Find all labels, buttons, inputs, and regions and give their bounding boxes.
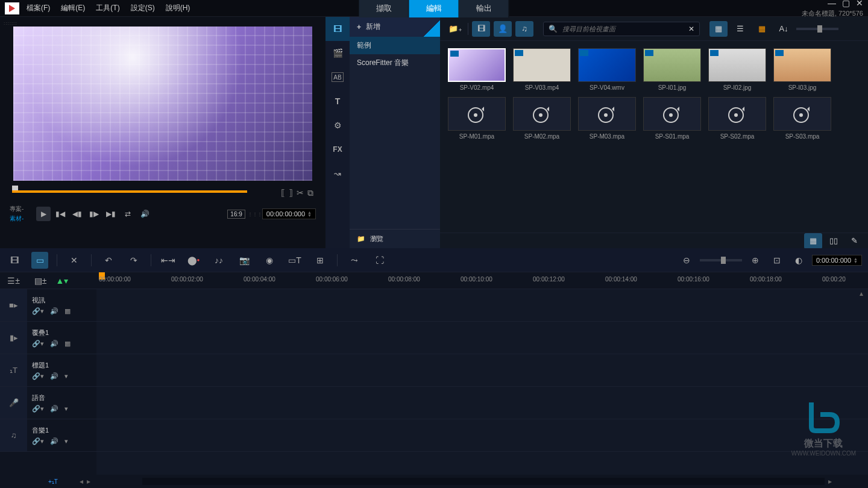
search-box[interactable]: 🔍 ✕: [543, 22, 700, 36]
link-icon[interactable]: 🔗▾: [32, 437, 44, 445]
play-button[interactable]: ▶: [36, 207, 51, 221]
redo-icon[interactable]: ↷: [125, 252, 142, 269]
media-tab-icon[interactable]: 🎞: [326, 17, 350, 41]
track-header-0[interactable]: ■▸視訊🔗▾🔊▩: [0, 289, 96, 322]
panel-toggle-1-icon[interactable]: ▦: [804, 233, 822, 249]
lock-icon[interactable]: ▾: [64, 372, 68, 380]
go-end-button[interactable]: ▶▮: [104, 207, 118, 221]
track-menu-icon[interactable]: ▤±: [32, 272, 49, 289]
timeline-timecode[interactable]: 0:00:00:000 ▲▼: [812, 255, 862, 266]
view-thumb-icon[interactable]: ▦: [709, 21, 728, 37]
graphics-tab-icon[interactable]: ⚙: [326, 113, 350, 137]
paths-tab-icon[interactable]: ↝: [326, 161, 350, 186]
menu-settings[interactable]: 設定(S): [131, 3, 155, 13]
fit-window-icon[interactable]: ⊡: [769, 252, 785, 269]
thumb-SP-M03.mpa[interactable]: SP-M03.mpa: [577, 97, 637, 140]
track-header-3[interactable]: 🎤語音🔗▾🔊▾: [0, 387, 96, 419]
tools-icon[interactable]: ✕: [66, 252, 83, 269]
tree-scorefitter[interactable]: ScoreFitter 音樂: [350, 54, 440, 72]
timecode-display[interactable]: 00:00:00:000 ▲▼: [262, 208, 316, 219]
loop-button[interactable]: ⇄: [121, 207, 135, 221]
track-lane-2[interactable]: [96, 354, 868, 387]
text-tab-icon[interactable]: T: [326, 89, 350, 113]
zoom-slider[interactable]: [700, 259, 742, 261]
mode-clip[interactable]: 素材-: [10, 214, 34, 223]
transitions-tab-icon[interactable]: 🎬: [326, 41, 350, 65]
link-icon[interactable]: 🔗▾: [32, 307, 44, 315]
add-media-button[interactable]: +新增: [350, 17, 440, 37]
marker-icon[interactable]: ▲▾: [54, 272, 71, 289]
panel-edit-icon[interactable]: ✎: [845, 233, 863, 249]
mark-out-icon[interactable]: ⟧: [289, 188, 293, 198]
mode-project[interactable]: 專案-: [10, 205, 34, 213]
add-track-button[interactable]: +₁T: [48, 478, 58, 485]
prev-frame-button[interactable]: ◀▮: [70, 207, 84, 221]
thumb-SP-I03.jpg[interactable]: SP-I03.jpg: [773, 48, 832, 91]
link-icon[interactable]: 🔗▾: [32, 372, 44, 380]
track-lane-3[interactable]: [96, 387, 868, 419]
thumb-SP-S01.mpa[interactable]: SP-S01.mpa: [643, 97, 702, 140]
undo-icon[interactable]: ↶: [100, 252, 117, 269]
track-header-1[interactable]: ▮▸覆疊1🔗▾🔊▩: [0, 322, 96, 354]
view-grid-icon[interactable]: ▦: [753, 21, 771, 37]
mute-icon[interactable]: 🔊: [50, 340, 58, 348]
thumb-SP-M02.mpa[interactable]: SP-M02.mpa: [512, 97, 571, 140]
scroll-up-icon[interactable]: ▴: [860, 289, 868, 298]
track-lanes-area[interactable]: ▴: [96, 289, 868, 475]
maximize-button[interactable]: ▢: [842, 0, 850, 8]
time-ruler[interactable]: 00:00:00:0000:00:02:0000:00:04:0000:00:0…: [96, 272, 868, 289]
menu-edit[interactable]: 編輯(E): [61, 3, 85, 13]
next-frame-button[interactable]: ▮▶: [87, 207, 101, 221]
search-input[interactable]: [562, 25, 684, 33]
scroll-right-icon[interactable]: ▸: [87, 477, 90, 486]
track-lane-0[interactable]: [96, 289, 868, 322]
h-scrollbar[interactable]: [142, 478, 825, 485]
thumb-SP-I02.jpg[interactable]: SP-I02.jpg: [708, 48, 767, 91]
fit-icon[interactable]: ⇤⇥: [160, 252, 177, 269]
titles-tab-icon[interactable]: AB: [332, 72, 344, 82]
track-lane-4[interactable]: [96, 419, 868, 452]
filter-video-icon[interactable]: 🎞: [472, 21, 490, 37]
scroll-right2-icon[interactable]: ▸: [828, 477, 832, 486]
mute-icon[interactable]: 🔊: [50, 437, 58, 445]
motion-icon[interactable]: ⤳: [346, 252, 363, 269]
filter-audio-icon[interactable]: ♫: [515, 21, 533, 37]
thumb-SP-S03.mpa[interactable]: SP-S03.mpa: [773, 97, 832, 140]
thumb-SP-S02.mpa[interactable]: SP-S02.mpa: [708, 97, 767, 140]
import-folder-icon[interactable]: 📁₊: [446, 21, 464, 37]
mute-icon[interactable]: 🔊: [50, 405, 58, 413]
track-header-2[interactable]: ₁T標題1🔗▾🔊▾: [0, 354, 96, 387]
browse-button[interactable]: 📁 瀏覽: [350, 229, 440, 248]
track-lane-1[interactable]: [96, 322, 868, 354]
grid-icon[interactable]: ⊞: [312, 252, 329, 269]
tab-capture[interactable]: 擷取: [359, 0, 409, 17]
lock-icon[interactable]: ▩: [64, 340, 71, 348]
scrub-bar[interactable]: ⟦ ⟧ ✂ ⧉: [12, 186, 313, 198]
crop-icon[interactable]: ⛶: [371, 252, 388, 269]
mark-in-icon[interactable]: ⟦: [281, 188, 285, 198]
filter-photo-icon[interactable]: 👤: [494, 21, 512, 37]
fx-tab-icon[interactable]: FX: [326, 137, 350, 161]
clock-icon[interactable]: ◐: [790, 252, 807, 269]
track-header-4[interactable]: ♫音樂1🔗▾🔊▾: [0, 419, 96, 452]
zoom-in-icon[interactable]: ⊕: [747, 252, 764, 269]
camera-icon[interactable]: 📷: [236, 252, 253, 269]
minimize-button[interactable]: —: [828, 0, 836, 8]
mute-icon[interactable]: 🔊: [50, 372, 58, 380]
thumb-SP-V02.mp4[interactable]: SP-V02.mp4: [447, 48, 506, 91]
cut-icon[interactable]: ✂: [297, 188, 304, 198]
thumb-SP-M01.mpa[interactable]: SP-M01.mpa: [447, 97, 506, 140]
search-clear-icon[interactable]: ✕: [688, 25, 694, 33]
storyboard-view-icon[interactable]: 🎞: [6, 252, 23, 269]
lock-icon[interactable]: ▾: [64, 405, 68, 413]
overlay-icon[interactable]: ◉: [261, 252, 278, 269]
lock-icon[interactable]: ▩: [64, 307, 71, 315]
panel-toggle-2-icon[interactable]: ▯▯: [825, 233, 843, 249]
link-icon[interactable]: 🔗▾: [32, 405, 44, 413]
link-icon[interactable]: 🔗▾: [32, 340, 44, 348]
thumb-SP-V03.mp4[interactable]: SP-V03.mp4: [512, 48, 571, 91]
close-button[interactable]: ✕: [856, 0, 863, 8]
sort-icon[interactable]: A↓: [775, 21, 793, 37]
menu-tools[interactable]: 工具(T): [96, 3, 119, 13]
zoom-out-icon[interactable]: ⊖: [678, 252, 695, 269]
